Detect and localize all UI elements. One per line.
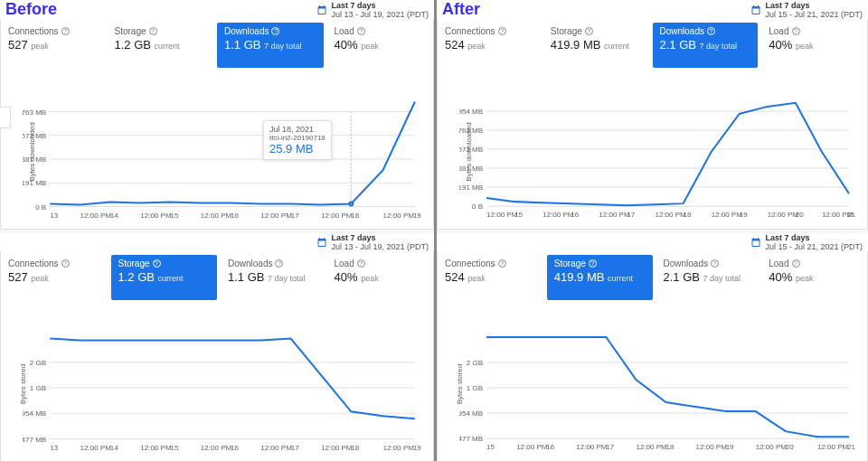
svg-text:12:00 PM: 12:00 PM [383, 444, 415, 452]
svg-text:0 B: 0 B [472, 202, 483, 211]
svg-text:12:00 PM: 12:00 PM [636, 443, 667, 451]
storage-panel-after: Connections?524 peak Storage?419.9 MB cu… [437, 251, 868, 461]
before-column: Before Last 7 days Jul 13 - Jul 19, 2021… [0, 0, 434, 461]
svg-text:12:00 PM: 12:00 PM [260, 444, 292, 452]
downloads-panel-after: Connections?524 peak Storage?419.9 MB cu… [437, 19, 868, 230]
metric-storage[interactable]: Storage?419.9 MB current [547, 255, 653, 300]
calendar-icon [750, 5, 761, 15]
svg-text:20: 20 [786, 443, 794, 451]
downloads-panel: Connections? 527 peak Storage? 1.2 GB cu… [0, 19, 434, 230]
metric-connections[interactable]: Connections?524 peak [438, 255, 543, 300]
before-title-bar: Before Last 7 days Jul 13 - Jul 19, 2021… [0, 0, 434, 19]
metric-connections[interactable]: Connections? 527 peak [1, 23, 108, 68]
metric-storage[interactable]: Storage?419.9 MB current [543, 23, 649, 68]
svg-text:15: 15 [486, 443, 495, 451]
metric-downloads[interactable]: Downloads? 1.1 GB 7 day total [217, 23, 324, 68]
svg-text:19: 19 [726, 443, 734, 451]
svg-text:12:00 PM: 12:00 PM [696, 443, 728, 451]
svg-text:19: 19 [740, 211, 748, 219]
svg-text:12:00 PM: 12:00 PM [756, 443, 788, 451]
svg-text:19: 19 [413, 444, 421, 452]
svg-text:12:00 PM: 12:00 PM [599, 211, 630, 219]
svg-text:12:00 PM: 12:00 PM [768, 211, 799, 219]
date-range-picker[interactable]: Last 7 days Jul 13 - Jul 19, 2021 (PDT) [316, 1, 429, 19]
metric-load[interactable]: Load?40% peak [761, 255, 867, 300]
svg-text:16: 16 [546, 443, 554, 451]
svg-text:15: 15 [170, 212, 178, 220]
metric-connections[interactable]: Connections?527 peak [1, 255, 108, 300]
x-axis: 1312:00 PM1412:00 PM1512:00 PM1612:00 PM… [50, 212, 421, 220]
svg-text:17: 17 [291, 444, 299, 452]
svg-text:16: 16 [231, 212, 239, 220]
metric-downloads[interactable]: Downloads?2.1 GB 7 day total [656, 255, 762, 300]
svg-text:16: 16 [231, 444, 239, 452]
metric-storage[interactable]: Storage? 1.2 GB current [108, 23, 214, 68]
metric-row: Connections? 527 peak Storage? 1.2 GB cu… [1, 19, 433, 75]
downloads-chart: Bytes downloaded 0 B 191 MB 381 MB 572 M… [1, 75, 433, 229]
svg-text:477 MB: 477 MB [459, 435, 483, 443]
svg-text:13: 13 [50, 212, 58, 220]
svg-text:14: 14 [110, 444, 118, 452]
svg-text:12:00 PM: 12:00 PM [140, 444, 172, 452]
metric-connections[interactable]: Connections?524 peak [438, 23, 543, 68]
metric-downloads[interactable]: Downloads?2.1 GB 7 day total [653, 23, 759, 68]
svg-text:2 GB: 2 GB [467, 359, 483, 367]
svg-text:12:00 PM: 12:00 PM [321, 212, 353, 220]
help-icon: ? [271, 27, 279, 35]
help-icon: ? [61, 27, 70, 35]
svg-text:763 MB: 763 MB [23, 108, 46, 117]
svg-text:17: 17 [606, 443, 614, 451]
storage-title-bar: Last 7 daysJul 13 - Jul 19, 2021 (PDT) [0, 233, 434, 251]
svg-text:19: 19 [413, 212, 421, 220]
storage-chart-after: Bytes stored 477 MB954 MB1 GB2 GB 1512:0… [438, 307, 867, 461]
help-icon: ? [357, 27, 365, 35]
svg-text:954 MB: 954 MB [459, 108, 483, 116]
date-range-picker[interactable]: Last 7 daysJul 13 - Jul 19, 2021 (PDT) [316, 233, 429, 251]
help-icon: ? [149, 27, 157, 35]
svg-text:0 B: 0 B [35, 203, 46, 212]
chart-ylabel: Bytes downloaded [28, 122, 36, 181]
date-range-picker[interactable]: Last 7 daysJul 15 - Jul 21, 2021 (PDT) [750, 1, 863, 19]
svg-text:21: 21 [847, 443, 855, 451]
svg-text:1 GB: 1 GB [30, 384, 46, 392]
chart-svg: 0 B 191 MB 381 MB 572 MB 763 MB 1312:00 … [23, 79, 424, 225]
svg-text:15: 15 [514, 211, 523, 219]
storage-panel: Connections?527 peak Storage?1.2 GB curr… [0, 251, 434, 461]
svg-text:15: 15 [170, 444, 178, 452]
svg-text:12:00 PM: 12:00 PM [201, 212, 232, 220]
metric-load[interactable]: Load?40% peak [327, 255, 434, 300]
svg-text:12:00 PM: 12:00 PM [260, 212, 292, 220]
svg-text:16: 16 [571, 211, 579, 219]
after-column: After Last 7 daysJul 15 - Jul 21, 2021 (… [434, 0, 868, 461]
svg-text:477 MB: 477 MB [23, 436, 46, 444]
metric-storage[interactable]: Storage?1.2 GB current [111, 255, 218, 300]
svg-text:12:00 PM: 12:00 PM [80, 212, 112, 220]
svg-text:13: 13 [50, 444, 58, 452]
svg-text:12:00 PM: 12:00 PM [516, 443, 548, 451]
svg-text:18: 18 [666, 443, 675, 451]
svg-text:18: 18 [351, 212, 359, 220]
svg-text:17: 17 [291, 212, 299, 220]
svg-text:954 MB: 954 MB [23, 409, 46, 418]
metric-load[interactable]: Load?40% peak [761, 23, 867, 68]
svg-text:21: 21 [847, 211, 855, 219]
calendar-icon [316, 5, 327, 15]
svg-text:17: 17 [627, 211, 635, 219]
svg-text:954 MB: 954 MB [459, 409, 483, 418]
after-title: After [442, 0, 480, 19]
date-range-picker[interactable]: Last 7 daysJul 15 - Jul 21, 2021 (PDT) [750, 233, 863, 251]
svg-text:14: 14 [110, 212, 118, 220]
metric-downloads[interactable]: Downloads?1.1 GB 7 day total [221, 255, 327, 300]
calendar-icon [316, 237, 327, 248]
svg-text:12:00 PM: 12:00 PM [383, 212, 415, 220]
svg-text:12:00 PM: 12:00 PM [576, 443, 608, 451]
svg-text:12:00 PM: 12:00 PM [817, 443, 849, 451]
chart-line [50, 102, 415, 205]
svg-text:2 GB: 2 GB [30, 359, 46, 367]
svg-text:12:00 PM: 12:00 PM [655, 211, 686, 219]
metric-load[interactable]: Load? 40% peak [327, 23, 434, 68]
svg-text:191 MB: 191 MB [459, 183, 483, 192]
svg-text:12:00 PM: 12:00 PM [321, 444, 353, 452]
storage-chart: Bytes stored 477 MB954 MB1 GB2 GB 1312:0… [1, 307, 433, 461]
svg-text:18: 18 [351, 444, 359, 452]
